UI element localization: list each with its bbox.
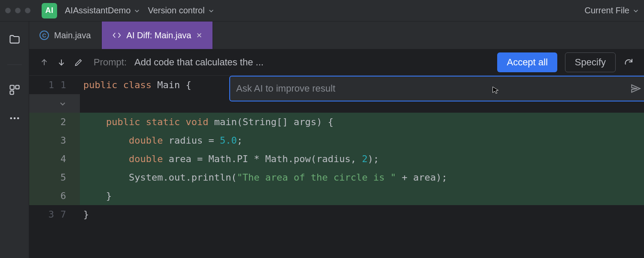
diff-toolbar: Prompt: Add code that calculates the ...… (29, 49, 644, 76)
separator (7, 64, 22, 65)
prompt-label: Prompt: (94, 57, 127, 68)
refresh-icon[interactable] (623, 57, 634, 68)
version-control-menu[interactable]: Version control (148, 6, 214, 15)
editor-area: C Main.java AI Diff: Main.java Prompt: A… (29, 22, 644, 258)
gutter-row: 4 (29, 150, 80, 168)
code-line[interactable]: } (80, 187, 644, 205)
diff-icon (112, 31, 122, 40)
tab-label: AI Diff: Main.java (127, 31, 191, 40)
execution-target-label: Current File (585, 6, 629, 15)
send-icon[interactable] (630, 83, 641, 94)
left-toolstrip (0, 22, 29, 258)
gutter-row: 5 (29, 168, 80, 187)
svg-point-4 (13, 117, 15, 120)
gutter-row: 2 (29, 113, 80, 131)
ask-ai-popup (229, 76, 644, 101)
gutter-row: 37 (29, 205, 80, 224)
gutter: 112345637 (29, 76, 80, 258)
code-line[interactable]: public static void main(String[] args) { (80, 113, 644, 131)
chevron-down-icon (633, 8, 639, 14)
ai-badge-icon: AI (42, 3, 57, 18)
code-line[interactable]: double radius = 5.0; (80, 131, 644, 150)
svg-rect-1 (15, 86, 19, 89)
tab-main-java[interactable]: C Main.java (29, 22, 102, 49)
accept-all-button[interactable]: Accept all (497, 52, 557, 72)
tab-label: Main.java (54, 31, 91, 40)
more-icon[interactable] (9, 112, 21, 124)
window-controls (5, 8, 30, 13)
prev-diff-icon[interactable] (39, 58, 49, 67)
structure-icon[interactable] (9, 84, 21, 96)
svg-point-3 (10, 117, 12, 120)
code[interactable]: public class Main { public static void m… (80, 76, 644, 258)
gutter-row: 11 (29, 76, 80, 94)
project-menu[interactable]: AIAssistantDemo (65, 6, 140, 15)
edit-icon[interactable] (74, 58, 83, 67)
folder-icon[interactable] (9, 34, 21, 46)
traffic-light-zoom[interactable] (25, 8, 30, 13)
prompt-text: Add code that calculates the ... (134, 57, 264, 68)
svg-point-5 (17, 117, 19, 120)
tab-ai-diff[interactable]: AI Diff: Main.java (102, 22, 213, 49)
gutter-row: 3 (29, 131, 80, 150)
project-name: AIAssistantDemo (65, 6, 131, 15)
class-icon: C (39, 31, 49, 40)
chevron-down-icon (208, 8, 214, 14)
editor-tabs: C Main.java AI Diff: Main.java (29, 22, 644, 49)
svg-rect-0 (10, 86, 14, 89)
traffic-light-minimize[interactable] (15, 8, 21, 13)
code-line[interactable]: } (80, 205, 644, 224)
fold-arrow-icon[interactable] (59, 100, 66, 107)
chevron-down-icon (134, 8, 140, 14)
close-icon[interactable] (196, 32, 202, 38)
execution-target-menu[interactable]: Current File (585, 6, 639, 15)
code-line[interactable]: System.out.println("The area of the circ… (80, 168, 644, 187)
gutter-row: 6 (29, 187, 80, 205)
code-line[interactable]: double area = Math.PI * Math.pow(radius,… (80, 150, 644, 168)
ask-ai-input[interactable] (236, 83, 626, 94)
svg-rect-2 (10, 91, 13, 94)
traffic-light-close[interactable] (5, 8, 11, 13)
specify-button[interactable]: Specify (565, 52, 616, 72)
gutter-row (29, 94, 80, 113)
diff-editor[interactable]: 112345637 public class Main { public sta… (29, 76, 644, 258)
next-diff-icon[interactable] (57, 58, 66, 67)
menubar: AI AIAssistantDemo Version control Curre… (0, 0, 644, 22)
version-control-label: Version control (148, 6, 204, 15)
